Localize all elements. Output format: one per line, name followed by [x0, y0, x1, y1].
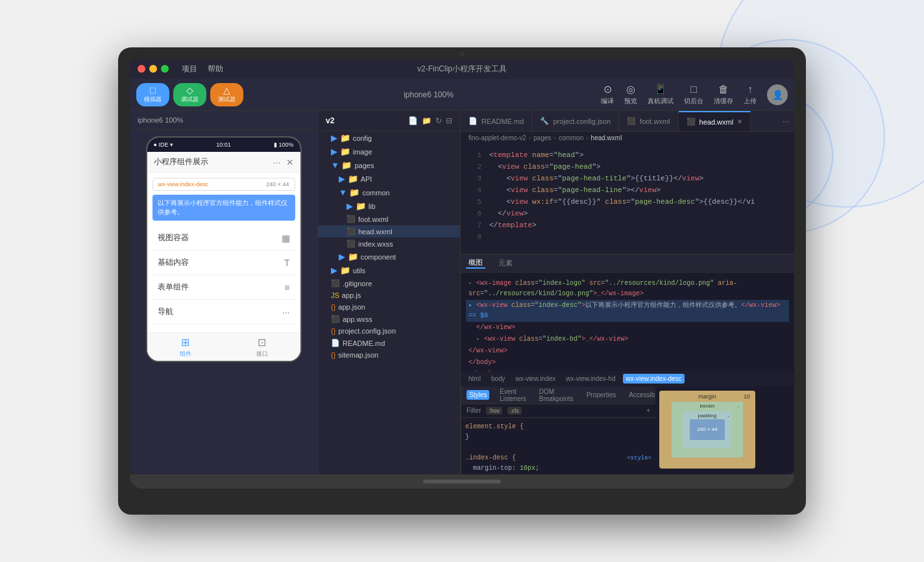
tree-item-gitignore[interactable]: ⬛ .gitignore	[318, 277, 460, 289]
tree-item-head-wxml[interactable]: ⬛ head.wxml	[318, 225, 460, 238]
path-wx-view-index-hd[interactable]: wx-view.index-hd	[563, 374, 618, 384]
menu-item-project[interactable]: 项目	[182, 64, 197, 75]
border-box: border - padding - 240 × 44	[672, 402, 743, 458]
phone-menu-dots[interactable]: ···	[273, 157, 281, 167]
simulate-button[interactable]: □ 模拟器	[136, 83, 169, 106]
wxss-file-icon: ⬛	[346, 239, 356, 248]
breadcrumb-pages[interactable]: pages	[533, 134, 551, 141]
file-tree-actions: 📄 📁 ↻ ⊟	[408, 116, 452, 125]
tree-item-app-js[interactable]: JS app.js	[318, 289, 460, 301]
debug-button[interactable]: ◇ 调试器	[173, 83, 206, 106]
test-label: 测试器	[218, 95, 236, 104]
tree-item-utils[interactable]: ▶ 📁 utils	[318, 263, 460, 277]
tree-item-app-wxss-label: app.wxss	[343, 315, 372, 323]
tree-item-app-wxss[interactable]: ⬛ app.wxss	[318, 313, 460, 325]
menu-item-view-label: 视图容器	[158, 232, 189, 243]
menu-item-view-icon: ▦	[282, 233, 290, 243]
devtools-tab-overview[interactable]: 概图	[466, 258, 485, 269]
filter-badge-hov[interactable]: :hov	[486, 407, 502, 415]
breadcrumb-current: head.wxml	[591, 134, 622, 141]
sp-tab-dom-breakpoints[interactable]: DOM Breakpoints	[537, 387, 576, 404]
action-device-debug[interactable]: 📱 真机调试	[648, 83, 674, 106]
window-title: v2-FinClip小程序开发工具	[417, 64, 507, 75]
more-tabs-button[interactable]: ···	[777, 117, 794, 126]
folder-icon: ▶ 📁	[331, 265, 350, 275]
code-content: <view class="page-head">	[489, 161, 789, 173]
sp-tab-properties[interactable]: Properties	[584, 390, 619, 400]
action-background[interactable]: □ 切后台	[684, 84, 703, 106]
simulate-label: 模拟器	[144, 95, 162, 104]
path-wx-view-index[interactable]: wx-view.index	[513, 374, 559, 384]
menu-item-basic-content[interactable]: 基础内容 T	[152, 250, 295, 275]
collapse-icon[interactable]: ⊟	[446, 116, 452, 125]
tree-item-common[interactable]: ▼ 📁 common	[318, 186, 460, 199]
tree-item-lib[interactable]: ▶ 📁 lib	[318, 199, 460, 213]
folder-icon: ▼ 📁	[331, 160, 352, 170]
code-editor[interactable]: 1 <template name="head"> 2 <view class="…	[461, 144, 794, 254]
action-compile[interactable]: ⊙ 编译	[601, 83, 614, 106]
close-button[interactable]	[138, 65, 145, 73]
breadcrumb-root[interactable]: fino-applet-demo-v2	[468, 134, 526, 141]
minimize-button[interactable]	[149, 65, 157, 73]
menu-item-help[interactable]: 帮助	[208, 64, 223, 75]
preview-label: 预览	[624, 97, 637, 106]
tree-item-sitemap[interactable]: {} sitemap.json	[318, 349, 460, 361]
action-upload[interactable]: ↑ 上传	[744, 84, 757, 106]
sp-tab-styles[interactable]: Styles	[467, 390, 489, 400]
line-number: 4	[466, 184, 481, 196]
menu-item-nav[interactable]: 导航 ···	[152, 300, 295, 324]
phone-panel-header: iphone6 100%	[130, 111, 317, 130]
tree-item-app-json[interactable]: {} app.json	[318, 301, 460, 313]
tab-project-config[interactable]: 🔧 project.config.json	[532, 111, 619, 131]
maximize-button[interactable]	[161, 65, 169, 73]
tree-item-foot-wxml[interactable]: ⬛ foot.wxml	[318, 213, 460, 225]
phone-close-btn[interactable]: ✕	[286, 157, 294, 167]
tree-item-index-wxss[interactable]: ⬛ index.wxss	[318, 238, 460, 250]
filter-badge-cls[interactable]: .cls	[507, 407, 522, 415]
new-file-icon[interactable]: 📄	[408, 116, 418, 125]
path-body[interactable]: body	[489, 374, 508, 384]
background-icon: □	[690, 84, 697, 95]
devtools-tab-elements[interactable]: 元素	[496, 258, 515, 268]
tree-item-component[interactable]: ▶ 📁 component	[318, 250, 460, 263]
tab-head-wxml[interactable]: ⬛ head.wxml ✕	[679, 111, 751, 131]
tree-item-image[interactable]: ▶ 📁 image	[318, 145, 460, 158]
nav-item-api[interactable]: ⊡ 接口	[256, 336, 268, 358]
sp-tab-accessibility[interactable]: Accessibility	[626, 390, 655, 400]
tree-item-pages[interactable]: ▼ 📁 pages	[318, 158, 460, 172]
compile-icon: ⊙	[603, 83, 612, 95]
menu-item-basic-icon: T	[284, 258, 290, 268]
device-debug-label: 真机调试	[648, 97, 674, 106]
new-folder-icon[interactable]: 📁	[422, 116, 432, 125]
html-tree[interactable]: ▸ <wx-image class="index-logo" src="../r…	[461, 273, 794, 371]
path-html[interactable]: html	[466, 374, 483, 384]
menu-item-view-container[interactable]: 视图容器 ▦	[152, 226, 295, 250]
path-wx-view-index-desc[interactable]: wx-view.index-desc	[623, 374, 684, 384]
tree-item-readme[interactable]: 📄 README.md	[318, 337, 460, 349]
tree-item-api[interactable]: ▶ 📁 API	[318, 172, 460, 186]
code-line-2: 2 <view class="page-head">	[461, 161, 794, 173]
sp-tab-event-listeners[interactable]: Event Listeners	[497, 387, 529, 404]
breadcrumb: fino-applet-demo-v2 › pages › common › h…	[461, 132, 794, 144]
menu-item-form[interactable]: 表单组件 ≡	[152, 275, 295, 300]
devtools-panel: 概图 元素 ▸ <wx-image class="index-logo" src…	[461, 254, 794, 474]
action-preview[interactable]: ◎ 预览	[624, 83, 637, 106]
tab-readme[interactable]: 📄 README.md	[461, 111, 532, 131]
filter-add-button[interactable]: +	[646, 407, 650, 414]
rule-source-link[interactable]: <style>	[627, 453, 651, 463]
tooltip-class: wx-view.index-desc	[158, 181, 209, 188]
tree-item-project-config[interactable]: {} project.config.json	[318, 325, 460, 337]
tree-item-config[interactable]: ▶ 📁 config	[318, 131, 460, 145]
nav-item-components[interactable]: ⊞ 组件	[180, 336, 191, 358]
tree-item-utils-label: utils	[353, 267, 366, 275]
breadcrumb-common[interactable]: common	[559, 134, 583, 141]
title-bar: 项目 帮助 v2-FinClip小程序开发工具	[130, 59, 794, 79]
refresh-icon[interactable]: ↻	[435, 116, 442, 125]
element-path-bar: html body wx-view.index wx-view.index-hd…	[461, 371, 794, 387]
action-clear-cache[interactable]: 🗑 清缓存	[714, 84, 733, 106]
tab-foot-wxml[interactable]: ⬛ foot.wxml	[619, 111, 678, 131]
test-button[interactable]: △ 测试器	[210, 83, 243, 106]
tab-head-close[interactable]: ✕	[737, 118, 742, 125]
laptop-frame: 项目 帮助 v2-FinClip小程序开发工具 □ 模拟器 ◇ 调试器	[118, 47, 806, 515]
user-avatar[interactable]: 👤	[767, 84, 788, 105]
